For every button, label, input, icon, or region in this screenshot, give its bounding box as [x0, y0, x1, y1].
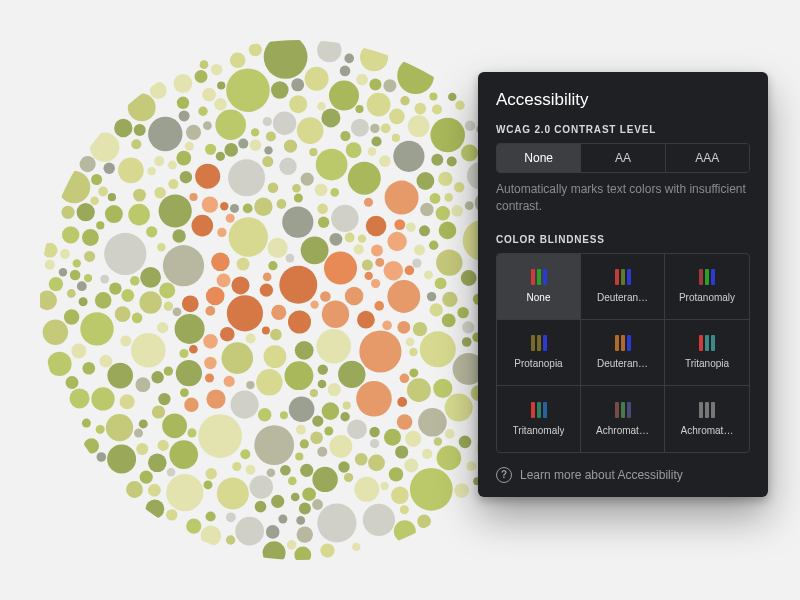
- svg-point-299: [108, 193, 116, 201]
- svg-point-117: [461, 270, 477, 286]
- svg-point-421: [262, 326, 270, 334]
- svg-point-265: [286, 254, 295, 263]
- svg-point-84: [282, 207, 313, 238]
- svg-point-271: [246, 333, 256, 343]
- svg-point-331: [79, 297, 88, 306]
- svg-point-387: [66, 376, 79, 389]
- colorblind-option-6[interactable]: Tritanomaly: [497, 386, 581, 452]
- svg-point-151: [271, 81, 289, 99]
- svg-point-280: [182, 295, 199, 312]
- svg-point-94: [279, 266, 317, 304]
- svg-point-319: [187, 428, 196, 437]
- svg-point-394: [189, 193, 197, 201]
- colorblind-option-5[interactable]: Tritanopia: [665, 320, 749, 386]
- svg-point-339: [400, 374, 410, 384]
- colorblind-option-label: Tritanomaly: [513, 425, 565, 436]
- svg-point-432: [90, 196, 99, 205]
- svg-point-81: [297, 526, 313, 542]
- svg-point-343: [224, 376, 235, 387]
- colorblind-bars-icon: [531, 335, 547, 351]
- svg-point-352: [465, 121, 475, 131]
- svg-point-312: [230, 204, 239, 213]
- svg-point-73: [166, 474, 203, 511]
- svg-point-241: [61, 206, 74, 219]
- svg-point-54: [107, 445, 136, 474]
- svg-point-290: [320, 544, 334, 558]
- contrast-option-none[interactable]: None: [497, 144, 580, 172]
- colorblind-option-label: Achromat…: [596, 425, 649, 436]
- svg-point-322: [302, 487, 316, 501]
- svg-point-70: [461, 144, 478, 161]
- colorblind-option-1[interactable]: Deuteran…: [581, 254, 665, 320]
- svg-point-168: [445, 394, 473, 422]
- colorblind-option-label: Tritanopia: [685, 358, 729, 369]
- svg-point-288: [356, 74, 368, 86]
- svg-point-86: [430, 118, 465, 153]
- colorblind-option-2[interactable]: Protanomaly: [665, 254, 749, 320]
- svg-point-303: [206, 511, 216, 521]
- svg-point-5: [438, 172, 452, 186]
- svg-point-24: [268, 238, 288, 258]
- accessibility-panel: Accessibility WCAG 2.0 CONTRAST LEVEL No…: [478, 72, 768, 497]
- svg-point-156: [434, 437, 442, 445]
- svg-point-253: [409, 348, 417, 356]
- learn-more-link[interactable]: ? Learn more about Accessibility: [496, 467, 750, 483]
- svg-point-146: [215, 109, 246, 140]
- svg-point-219: [164, 302, 173, 311]
- svg-point-254: [415, 103, 427, 115]
- svg-point-14: [256, 369, 282, 395]
- svg-point-249: [154, 187, 166, 199]
- svg-point-300: [371, 245, 383, 257]
- svg-point-229: [429, 92, 437, 100]
- svg-point-179: [338, 461, 349, 472]
- svg-point-110: [271, 495, 284, 508]
- svg-point-376: [355, 105, 363, 113]
- svg-point-412: [397, 321, 410, 334]
- svg-point-370: [406, 338, 415, 347]
- svg-point-308: [151, 371, 163, 383]
- svg-point-133: [235, 517, 264, 546]
- svg-point-97: [356, 381, 392, 417]
- svg-point-60: [77, 203, 95, 221]
- svg-point-383: [414, 244, 425, 255]
- colorblind-option-8[interactable]: Achromat…: [665, 386, 749, 452]
- svg-point-119: [367, 93, 391, 117]
- svg-point-48: [227, 295, 263, 331]
- contrast-option-aaa[interactable]: AAA: [665, 144, 749, 172]
- svg-point-224: [121, 289, 134, 302]
- svg-point-187: [409, 368, 418, 377]
- svg-point-248: [136, 443, 148, 455]
- svg-point-120: [128, 94, 156, 122]
- svg-point-342: [405, 266, 415, 276]
- svg-point-92: [49, 277, 63, 291]
- svg-point-127: [329, 81, 359, 111]
- svg-point-258: [344, 473, 353, 482]
- colorblind-option-0[interactable]: None: [497, 254, 581, 320]
- svg-point-214: [73, 259, 81, 267]
- contrast-option-aa[interactable]: AA: [580, 144, 664, 172]
- svg-point-316: [185, 142, 194, 151]
- svg-point-298: [381, 123, 391, 133]
- svg-point-171: [176, 151, 191, 166]
- colorblind-option-4[interactable]: Deuteran…: [581, 320, 665, 386]
- svg-point-107: [186, 519, 201, 534]
- colorblind-option-3[interactable]: Protanopia: [497, 320, 581, 386]
- svg-point-159: [430, 303, 443, 316]
- svg-point-18: [397, 57, 434, 94]
- svg-point-372: [278, 515, 287, 524]
- svg-point-139: [448, 93, 456, 101]
- svg-point-425: [381, 482, 389, 490]
- svg-point-277: [82, 229, 99, 246]
- svg-point-262: [371, 136, 381, 146]
- svg-point-230: [330, 435, 353, 458]
- colorblind-bars-icon: [699, 402, 715, 418]
- help-icon: ?: [496, 467, 512, 483]
- svg-point-266: [70, 388, 90, 408]
- svg-point-3: [393, 141, 424, 172]
- svg-point-37: [228, 159, 265, 196]
- svg-point-267: [287, 540, 297, 550]
- colorblind-option-7[interactable]: Achromat…: [581, 386, 665, 452]
- svg-point-215: [432, 104, 442, 114]
- svg-point-23: [104, 233, 146, 275]
- svg-point-88: [131, 333, 166, 368]
